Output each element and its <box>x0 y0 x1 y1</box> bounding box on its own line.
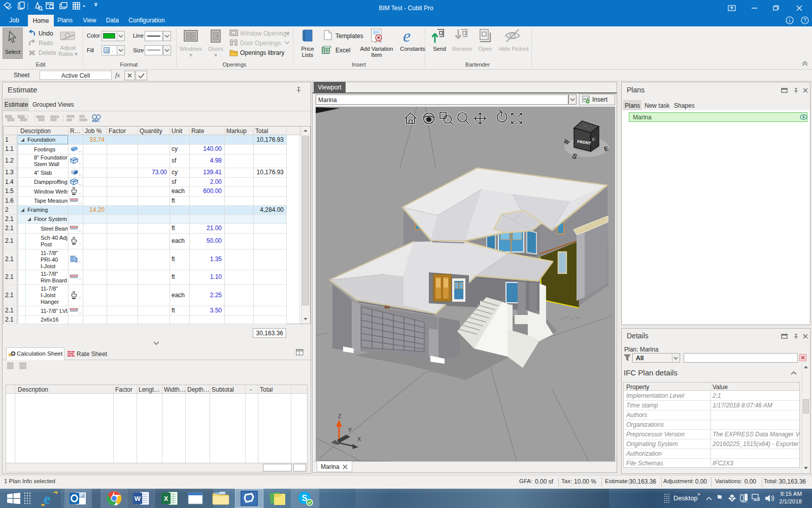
svg-text:X: X <box>164 495 168 502</box>
svg-text:ABC: ABC <box>92 119 99 122</box>
svg-text:?: ? <box>803 18 806 23</box>
svg-text:X: X <box>357 436 361 442</box>
svg-text:i: i <box>789 18 791 23</box>
svg-text:Y: Y <box>348 427 352 433</box>
svg-text:Z: Z <box>338 413 342 419</box>
svg-text:W: W <box>134 495 141 502</box>
